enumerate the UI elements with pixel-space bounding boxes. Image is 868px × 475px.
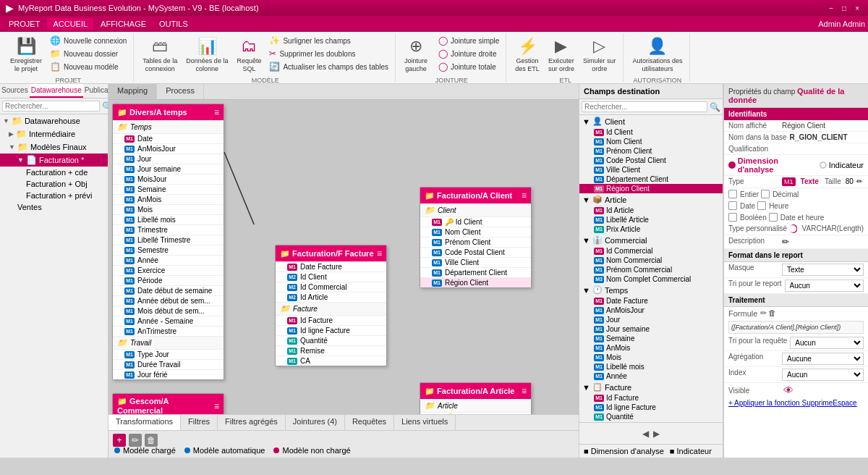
dest-nav-next[interactable]: ▶ [653,429,660,439]
entity-header-facturation-article[interactable]: 📁 Facturation/A Article ≡ [420,383,531,399]
full-join-button[interactable]: ◯ Jointure totale [436,61,501,72]
left-search-input[interactable] [2,101,100,112]
visible-eye-icon[interactable]: 👁 [783,384,793,396]
tree-item-facturation-obj[interactable]: Facturation + Obj [0,178,108,190]
dest-field-id-facture[interactable]: M1Id Facture [579,393,723,403]
simple-join-button[interactable]: ◯ Jointure simple [436,35,501,46]
masque-select[interactable]: Texte [782,264,864,276]
dest-section-commercial[interactable]: ▼👔Commercial [579,234,723,246]
tree-item-ventes[interactable]: Ventes [0,201,108,213]
new-folder-button[interactable]: 📁 Nouveau dossier [48,48,129,59]
entity-menu-icon-4[interactable]: ≡ [522,386,527,396]
dest-field-id-client[interactable]: M1Id Client [579,127,723,137]
entity-header-facturation-client[interactable]: 📁 Facturation/A Client ≡ [420,188,531,203]
index-select[interactable]: Aucun [782,369,864,381]
entity-header-facturation-facture[interactable]: 📁 Facturation/F Facture ≡ [276,245,386,261]
tree-item-facturation[interactable]: ▼ 📄 Facturation * [0,154,108,167]
dest-section-client[interactable]: ▼👤Client [579,115,723,127]
users-auth-button[interactable]: 👤 Autorisations desutilisateurs [629,35,685,75]
agregation-select[interactable]: Aucune [782,353,864,365]
dest-field-nc-commercial[interactable]: M3Nom Complet Commercial [579,274,723,284]
radio-dimension[interactable]: Dimension d'analyse [728,156,814,174]
tri-requete-select[interactable]: Aucun [790,337,864,349]
new-model-button[interactable]: 📋 Nouveau modèle [48,61,129,72]
dest-section-temps[interactable]: ▼🕐Temps [579,284,723,296]
taille-edit-icon[interactable]: ✏ [856,177,862,185]
tab-jointures[interactable]: Jointures (4) [286,415,345,430]
menu-outils[interactable]: OUTILS [153,18,194,30]
dest-field-region-client[interactable]: M1Région Client [579,184,723,193]
formula-delete-icon[interactable]: 🗑 [768,308,776,318]
dest-field-annee[interactable]: M1Année [579,371,723,381]
menu-accueil[interactable]: ACCUEIL [47,18,93,30]
tree-item-facturation-previ[interactable]: Facturation + prévi [0,190,108,201]
dest-field-jourSemaine[interactable]: M1Jour semaine [579,324,723,334]
tab-requetes[interactable]: Requêtes [345,415,394,430]
tree-item-modeles-finaux[interactable]: ▼ 📁 Modèles Finaux [0,140,108,154]
tab-datawarehouse[interactable]: Datawarehouse [30,84,83,98]
simulate-button[interactable]: ▷ Simuler surordre [580,35,619,75]
tree-item-facturation-cde[interactable]: Facturation + cde [0,167,108,178]
refresh-fields-button[interactable]: 🔄 Actualiser les champs des tables [267,61,391,72]
dest-field-nom-client[interactable]: M1Nom Client [579,137,723,146]
dest-field-id-ligne-facture[interactable]: M1Id ligne Facture [579,403,723,412]
new-connection-button[interactable]: 🌐 Nouvelle connexion [48,35,129,46]
dest-field-anmois[interactable]: M1AnMois [579,343,723,353]
tab-sources[interactable]: Sources [0,84,30,98]
remove-duplicates-button[interactable]: ✂ Supprimer les doublons [267,48,391,59]
dest-field-id-article[interactable]: M1Id Article [579,206,723,215]
execute-button[interactable]: ▶ Exécutersur ordre [545,35,577,75]
tree-item-datawarehouse[interactable]: ▼ 📁 Datawarehouse [0,114,108,127]
close-button[interactable]: × [852,4,862,12]
entity-divers-temps[interactable]: 📁 Divers/A temps ≡ 📁Temps M1Date M1AnMoi… [112,104,224,380]
dest-search-icon[interactable]: 🔍 [710,102,720,112]
toggle-type-personnalise[interactable] [790,224,796,233]
description-edit-icon[interactable]: ✏ [782,237,789,247]
tab-mapping[interactable]: Mapping [109,84,157,99]
entity-menu-icon[interactable]: ≡ [214,107,219,117]
highlight-fields-button[interactable]: ✨ Surligner les champs [267,35,391,46]
dest-field-dept-client[interactable]: M1Département Client [579,175,723,184]
dest-field-cp-client[interactable]: M1Code Postal Client [579,156,723,165]
entity-header-divers-temps[interactable]: 📁 Divers/A temps ≡ [113,104,224,120]
entity-facturation-client[interactable]: 📁 Facturation/A Client ≡ 📁Client M1🔑 Id … [420,187,532,288]
dest-field-anmoisjour[interactable]: M1AnMoisJour [579,306,723,315]
tab-filtres[interactable]: Filtres [181,415,218,430]
dest-field-mois[interactable]: M1Mois [579,353,723,362]
entity-menu-icon-2[interactable]: ≡ [377,248,382,258]
save-project-button[interactable]: 💾 Enregistrerle projet [7,35,45,75]
dest-section-article[interactable]: ▼📦Article [579,193,723,206]
destination-search-input[interactable] [582,101,707,112]
dest-field-libelle-mois[interactable]: M1Libellé mois [579,362,723,371]
left-join-button[interactable]: ⊕ Jointuregauche [401,35,430,75]
tab-liens-virtuels[interactable]: Liens virtuels [394,415,456,430]
right-join-button[interactable]: ◯ Jointure droite [436,48,501,59]
minimize-button[interactable]: − [826,4,836,12]
canvas[interactable]: 📁 Divers/A temps ≡ 📁Temps M1Date M1AnMoi… [109,100,579,414]
entity-facturation-facture[interactable]: 📁 Facturation/F Facture ≡ M1Date Facture… [275,245,387,366]
dest-field-id-commercial[interactable]: M1Id Commercial [579,246,723,256]
sql-query-button[interactable]: 🗂 RequêteSQL [234,35,264,75]
formula-edit-icon[interactable]: ✏ [760,308,767,318]
entity-menu-icon-5[interactable]: ≡ [214,401,219,411]
dest-field-jour[interactable]: M1Jour [579,315,723,324]
tab-transformations[interactable]: Transformations [109,415,181,430]
tab-process[interactable]: Process [157,84,204,99]
menu-projet[interactable]: PROJET [3,18,46,30]
dest-field-prenom-commercial[interactable]: M1Prénom Commercial [579,265,723,274]
radio-indicateur[interactable]: Indicateur [820,161,864,169]
dest-field-nom-commercial[interactable]: M1Nom Commercial [579,256,723,265]
dest-field-prix-article[interactable]: M1Prix Article [579,224,723,234]
entity-menu-icon-3[interactable]: ≡ [522,190,527,201]
dest-field-semaine[interactable]: M1Semaine [579,334,723,343]
dest-field-ville-client[interactable]: M1Ville Client [579,165,723,175]
dest-nav-prev[interactable]: ◀ [642,429,649,439]
title-bar-controls[interactable]: − □ × [826,4,862,12]
dest-field-quantite[interactable]: M1Quantité [579,412,723,421]
tab-filtres-agreges[interactable]: Filtres agrégés [218,415,286,430]
apply-link[interactable]: + Appliquer la fonction SupprimeEspace [724,398,868,408]
etl-manage-button[interactable]: ⚡ Gestiondes ETL [512,35,542,75]
dest-field-prenom-client[interactable]: M1Prénom Client [579,146,723,156]
maximize-button[interactable]: □ [839,4,849,12]
tree-item-intermediaire[interactable]: ▶ 📁 Intermédiaire [0,127,108,140]
